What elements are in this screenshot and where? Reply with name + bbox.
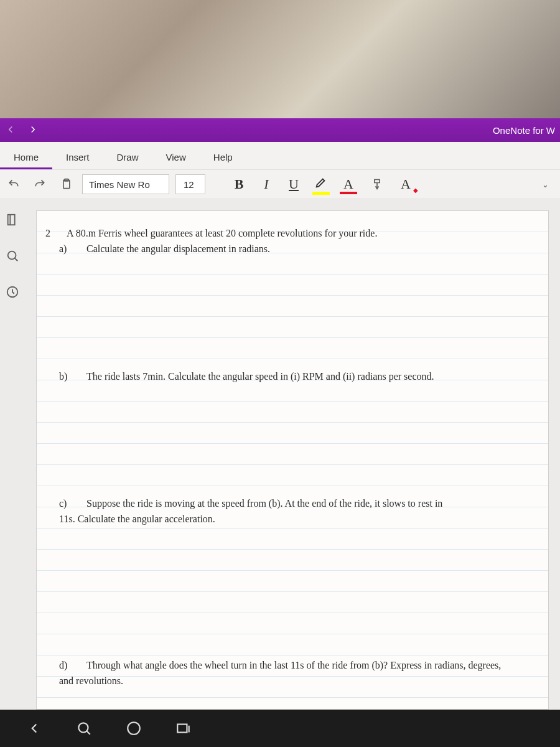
part-c-label: c) [59,496,74,512]
back-nav-icon[interactable] [25,719,44,738]
tab-insert[interactable]: Insert [52,146,103,169]
underline-button[interactable]: U [285,176,302,192]
svg-point-3 [8,251,16,260]
search-icon[interactable] [4,248,21,264]
ribbon-tabs: Home Insert Draw View Help [0,142,560,169]
italic-button[interactable]: I [258,176,275,192]
diamond-icon: ◆ [413,187,418,194]
app-title: OneNote for W [493,125,555,136]
document-page[interactable]: 2 A 80.m Ferris wheel guarantees at leas… [36,210,549,710]
clear-format-label: A [401,176,411,192]
background-photo [0,0,560,118]
tab-help[interactable]: Help [200,146,246,169]
tab-view[interactable]: View [152,146,200,169]
tab-home[interactable]: Home [0,146,52,169]
undo-button[interactable] [4,174,24,194]
question-2c: c) Suppose the ride is moving at the spe… [59,496,530,527]
q2a-line1: A 80.m Ferris wheel guarantees at least … [67,226,377,242]
format-painter-button[interactable] [367,174,387,194]
laptop-screen: OneNote for W Home Insert Draw View Help… [0,118,560,747]
font-name-select[interactable]: Times New Ro [82,174,169,194]
part-b-label: b) [59,369,74,385]
q2d-line2: and revolutions. [59,674,530,689]
font-color-button[interactable]: A [340,176,357,192]
expand-toolbar-icon[interactable]: ⌄ [542,180,556,189]
forward-icon[interactable] [27,124,39,137]
taskview-icon[interactable] [174,719,193,738]
cortana-icon[interactable] [124,719,143,738]
q2b-text: The ride lasts 7min. Calculate the angul… [86,369,434,385]
q2a-line2: Calculate the angular displacement in ra… [86,242,270,257]
back-icon[interactable] [5,124,16,137]
q2d-line1: Through what angle does the wheel turn i… [86,658,501,674]
highlight-button[interactable] [312,176,330,193]
highlight-color-bar [312,192,330,195]
svg-point-5 [78,723,88,732]
question-2a: 2 A 80.m Ferris wheel guarantees at leas… [59,226,530,257]
question-2b: b) The ride lasts 7min. Calculate the an… [59,369,530,385]
tab-draw[interactable]: Draw [103,146,152,169]
font-size-select[interactable]: 12 [175,174,205,194]
taskbar-search-icon[interactable] [75,719,93,738]
question-2d: d) Through what angle does the wheel tur… [59,658,530,689]
formatting-toolbar: Times New Ro 12 B I U A A ◆ ⌄ [0,169,560,199]
bold-button[interactable]: B [230,176,248,192]
title-bar: OneNote for W [0,118,560,142]
part-d-label: d) [59,658,74,674]
q2c-line2: 11s. Calculate the angular acceleration. [59,512,530,527]
recent-icon[interactable] [4,284,21,300]
clear-formatting-button[interactable]: A ◆ [397,176,414,192]
svg-rect-2 [8,215,15,225]
workspace: 2 A 80.m Ferris wheel guarantees at leas… [0,199,560,710]
svg-rect-7 [177,725,187,733]
svg-point-6 [128,722,140,735]
clipboard-button[interactable] [56,174,76,194]
notebooks-icon[interactable] [4,212,21,228]
navigation-rail [0,199,25,710]
question-number: 2 [45,226,50,242]
redo-button[interactable] [30,174,50,194]
font-color-bar [340,192,357,194]
windows-taskbar [0,710,560,747]
q2c-line1: Suppose the ride is moving at the speed … [86,496,442,512]
part-a-label: a) [59,242,74,257]
font-color-label: A [343,176,353,192]
